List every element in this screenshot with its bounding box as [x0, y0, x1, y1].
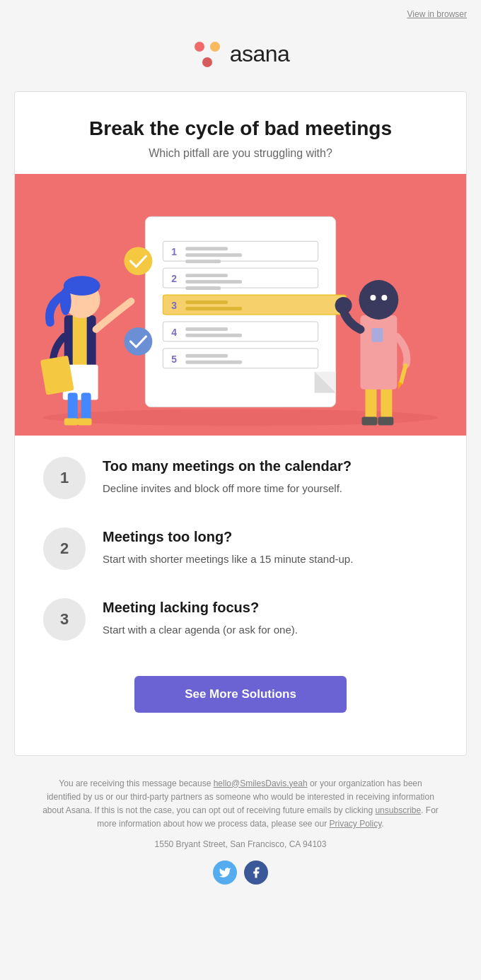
solution-title-1: Too many meetings on the calendar? [103, 457, 352, 475]
svg-rect-9 [185, 259, 221, 263]
hero-illustration: 1 2 3 4 [15, 174, 466, 436]
solution-content-3: Meeting lacking focus? Start with a clea… [103, 598, 298, 638]
asana-logo-dots [192, 42, 223, 67]
svg-rect-19 [185, 306, 242, 310]
cta-container: See More Solutions [43, 669, 438, 727]
footer-unsubscribe-link[interactable]: unsubscribe [375, 805, 421, 815]
twitter-link[interactable] [213, 861, 237, 885]
solution-title-2: Meetings too long? [103, 527, 353, 546]
card-subtitle: Which pitfall are you struggling with? [43, 147, 438, 160]
svg-text:1: 1 [171, 246, 177, 257]
footer-email-link[interactable]: hello@SmilesDavis.yeah [214, 778, 308, 788]
svg-rect-15 [185, 286, 221, 290]
solution-item-3: 3 Meeting lacking focus? Start with a cl… [43, 598, 438, 641]
footer-privacy-link[interactable]: Privacy Policy [330, 819, 382, 829]
svg-rect-35 [78, 418, 92, 425]
twitter-icon [219, 866, 231, 879]
svg-rect-44 [360, 315, 397, 389]
svg-point-10 [124, 247, 153, 275]
logo-container: asana [192, 41, 290, 67]
solution-number-3: 3 [43, 598, 86, 641]
solution-content-1: Too many meetings on the calendar? Decli… [103, 457, 352, 497]
svg-rect-13 [185, 274, 228, 277]
svg-rect-20 [163, 321, 318, 341]
svg-text:2: 2 [171, 273, 177, 284]
svg-rect-11 [163, 268, 318, 288]
logo-dot-top-right [210, 42, 220, 52]
card-title: Break the cycle of bad meetings [43, 117, 438, 140]
svg-rect-33 [81, 392, 91, 421]
logo-dot-top-left [195, 42, 204, 52]
solution-title-3: Meeting lacking focus? [103, 598, 298, 617]
svg-text:4: 4 [171, 326, 177, 337]
svg-rect-45 [371, 327, 383, 342]
top-bar: View in browser [0, 0, 481, 27]
footer-body4: . [381, 819, 383, 829]
svg-rect-18 [185, 301, 228, 304]
svg-point-24 [124, 327, 153, 355]
solution-desc-1: Decline invites and block off more time … [103, 481, 352, 497]
hero-image: 1 2 3 4 [15, 174, 466, 436]
svg-rect-30 [73, 315, 87, 371]
svg-point-51 [335, 297, 352, 314]
view-in-browser-link[interactable]: View in browser [407, 9, 467, 19]
logo-text: asana [230, 41, 290, 67]
card-header: Break the cycle of bad meetings Which pi… [15, 92, 466, 174]
social-icons [28, 861, 453, 885]
svg-rect-43 [378, 416, 393, 425]
svg-rect-42 [361, 416, 377, 425]
svg-point-49 [370, 295, 376, 301]
svg-point-50 [381, 295, 387, 301]
footer-address: 1550 Bryant Street, San Francisco, CA 94… [28, 839, 453, 849]
svg-rect-22 [185, 327, 228, 330]
solution-content-2: Meetings too long? Start with shorter me… [103, 527, 353, 568]
logo-area: asana [0, 27, 481, 91]
svg-rect-39 [40, 355, 74, 395]
svg-rect-14 [185, 280, 242, 284]
solution-item-1: 1 Too many meetings on the calendar? Dec… [43, 457, 438, 499]
svg-rect-32 [68, 392, 78, 421]
svg-rect-8 [185, 253, 242, 257]
svg-rect-27 [185, 354, 228, 357]
svg-text:5: 5 [171, 353, 177, 364]
svg-rect-23 [185, 333, 242, 337]
see-more-solutions-button[interactable]: See More Solutions [134, 676, 347, 713]
svg-rect-41 [381, 385, 392, 421]
svg-rect-7 [185, 247, 228, 250]
solution-number-2: 2 [43, 527, 86, 570]
facebook-icon [250, 866, 262, 879]
svg-rect-40 [365, 385, 376, 421]
solution-item-2: 2 Meetings too long? Start with shorter … [43, 527, 438, 570]
footer: You are receiving this message because h… [0, 756, 481, 906]
footer-text: You are receiving this message because h… [42, 777, 439, 832]
svg-point-48 [359, 280, 398, 320]
solutions-section: 1 Too many meetings on the calendar? Dec… [15, 436, 466, 755]
solution-desc-2: Start with shorter meetings like a 15 mi… [103, 552, 353, 568]
facebook-link[interactable] [244, 861, 268, 885]
svg-rect-34 [64, 418, 79, 425]
footer-body1: You are receiving this message because [59, 778, 213, 788]
solution-number-1: 1 [43, 457, 86, 499]
solution-desc-3: Start with a clear agenda (or ask for on… [103, 622, 298, 638]
logo-dot-bottom [202, 57, 212, 67]
svg-rect-5 [163, 241, 318, 261]
svg-rect-28 [185, 360, 242, 363]
svg-rect-25 [163, 348, 318, 368]
svg-text:3: 3 [171, 299, 177, 310]
svg-rect-16 [163, 295, 346, 315]
email-card: Break the cycle of bad meetings Which pi… [14, 91, 467, 756]
